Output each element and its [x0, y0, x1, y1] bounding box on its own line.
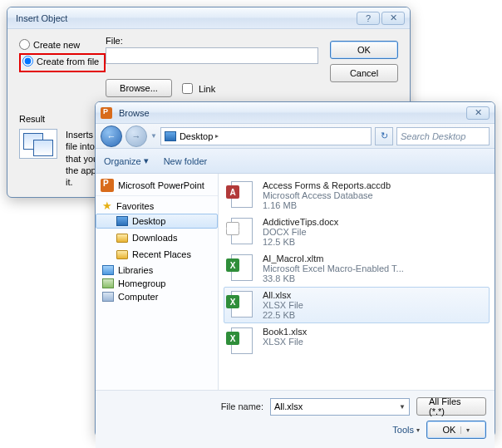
address-row: ← → ▼ Desktop▸ ↻ Search Desktop [96, 124, 495, 149]
file-name-label: File name: [221, 401, 263, 411]
file-type: XLSX File [263, 300, 303, 310]
dialog-title: Insert Object [16, 13, 357, 23]
file-path-input[interactable] [106, 47, 318, 64]
close-button[interactable]: ✕ [381, 12, 405, 25]
file-type: Microsoft Access Database [263, 190, 391, 200]
nav-back-button[interactable]: ← [101, 126, 122, 147]
powerpoint-shortcut[interactable]: Microsoft PowerPoint [96, 175, 218, 196]
tree-recent-places[interactable]: Recent Places [96, 247, 218, 262]
tools-menu[interactable]: Tools▾ [392, 425, 420, 435]
excel-icon: X [226, 295, 239, 308]
file-name: Access Forms & Reports.accdb [263, 180, 391, 190]
organize-menu[interactable]: Organize▾ [104, 155, 149, 166]
link-label: Link [199, 84, 215, 94]
file-size: 1.16 MB [263, 200, 391, 210]
favorites-group[interactable]: ★ Favorites [102, 199, 218, 212]
libraries-icon [102, 265, 114, 275]
file-row[interactable]: X Book1.xlsx XLSX File [224, 323, 490, 358]
desktop-icon [116, 216, 128, 226]
powerpoint-icon [101, 179, 114, 192]
new-folder-button[interactable]: New folder [164, 156, 208, 166]
file-row[interactable]: A Access Forms & Reports.accdb Microsoft… [224, 177, 490, 214]
excel-icon: X [226, 332, 239, 345]
file-row[interactable]: DOCX AddictiveTips.docx DOCX File 12.5 K… [224, 214, 490, 250]
create-from-file-radio[interactable]: Create from file [22, 56, 99, 66]
chevron-down-icon: ▼ [399, 403, 406, 411]
file-size: 12.5 KB [263, 237, 338, 247]
browse-dialog: Browse ✕ ← → ▼ Desktop▸ ↻ Search Desktop… [95, 101, 495, 437]
ok-button[interactable]: OK [330, 41, 398, 59]
star-icon: ★ [102, 199, 112, 212]
file-label: File: [106, 36, 318, 46]
file-row-selected[interactable]: X All.xlsx XLSX File 22.5 KB [224, 287, 490, 323]
folder-icon [116, 234, 128, 243]
browse-close-button[interactable]: ✕ [466, 106, 490, 120]
create-new-label: Create new [33, 40, 80, 50]
navigation-tree: Microsoft PowerPoint ★ Favorites Desktop… [96, 174, 219, 390]
folder-icon [116, 250, 128, 259]
computer-group[interactable]: Computer [102, 292, 218, 302]
address-segment[interactable]: Desktop▸ [180, 131, 219, 141]
file-name: AddictiveTips.docx [263, 217, 338, 227]
computer-icon [102, 292, 114, 302]
tree-desktop[interactable]: Desktop [96, 214, 218, 229]
search-placeholder: Search Desktop [401, 131, 465, 141]
create-from-file-highlight: Create from file [19, 53, 106, 72]
desktop-icon [165, 131, 176, 141]
file-name-combobox[interactable]: All.xlsx ▼ [270, 398, 410, 416]
libraries-group[interactable]: Libraries [102, 265, 218, 275]
link-checkbox-input[interactable] [182, 83, 193, 94]
access-icon: A [226, 185, 239, 199]
address-bar[interactable]: Desktop▸ [160, 127, 372, 145]
browse-title: Browse [119, 108, 466, 118]
file-type: XLSX File [263, 337, 307, 347]
file-name: AI_MacroI.xltm [263, 254, 404, 263]
file-type: DOCX File [263, 227, 338, 237]
powerpoint-icon [101, 107, 112, 119]
link-checkbox[interactable]: Link [179, 81, 215, 96]
refresh-button[interactable]: ↻ [375, 127, 393, 145]
search-input[interactable]: Search Desktop [396, 127, 490, 145]
result-icon [19, 129, 57, 159]
file-row[interactable]: X AI_MacroI.xltm Microsoft Excel Macro-E… [224, 250, 490, 287]
file-name: All.xlsx [263, 290, 303, 300]
help-button[interactable]: ? [357, 12, 380, 25]
browse-button[interactable]: Browse... [106, 79, 172, 97]
create-new-radio-input[interactable] [19, 39, 30, 50]
excel-icon: X [226, 258, 239, 272]
homegroup-icon [102, 278, 114, 288]
nav-history-dropdown[interactable]: ▼ [150, 132, 157, 140]
file-filter-dropdown[interactable]: All Files (*.*) [416, 397, 486, 416]
file-type: Microsoft Excel Macro-Enabled T... [263, 263, 404, 273]
file-list: A Access Forms & Reports.accdb Microsoft… [219, 174, 495, 390]
file-size: 22.5 KB [263, 310, 303, 320]
open-ok-button[interactable]: OK▾ [426, 421, 486, 439]
docx-icon: DOCX [226, 222, 239, 235]
file-size: 33.8 KB [263, 273, 404, 283]
browse-titlebar[interactable]: Browse ✕ [96, 102, 495, 124]
cancel-button[interactable]: Cancel [330, 64, 398, 82]
titlebar[interactable]: Insert Object ? ✕ [7, 7, 410, 29]
nav-forward-button[interactable]: → [126, 126, 147, 147]
create-from-file-radio-input[interactable] [22, 56, 33, 66]
tree-downloads[interactable]: Downloads [96, 230, 218, 245]
result-heading: Result [19, 114, 45, 124]
create-from-file-label: Create from file [37, 57, 99, 66]
browse-toolbar: Organize▾ New folder [96, 149, 495, 174]
file-name: Book1.xlsx [263, 327, 307, 337]
browse-bottom-bar: File name: All.xlsx ▼ All Files (*.*) To… [96, 390, 495, 448]
homegroup-group[interactable]: Homegroup [102, 278, 218, 288]
